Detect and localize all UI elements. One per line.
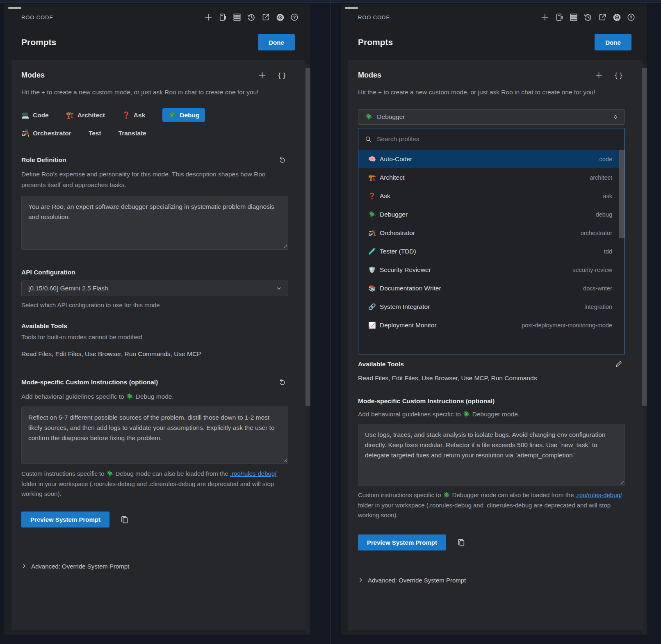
chevron-right-icon [21, 563, 27, 569]
profile-option-deployment-monitor[interactable]: 📈 Deployment Monitor post-deployment-mon… [358, 316, 625, 334]
done-button[interactable]: Done [258, 34, 295, 50]
rules-folder-link[interactable]: .roo/rules-debug/ [230, 470, 276, 477]
test-tube-icon: 🧪 [368, 248, 380, 255]
architect-icon: 🏗️ [368, 174, 380, 181]
open-external-icon[interactable] [261, 13, 270, 22]
edit-config-json-icon[interactable]: { } [615, 72, 622, 79]
copy-icon[interactable] [120, 515, 129, 524]
chevron-right-icon [358, 577, 364, 583]
extension-titlebar: ROO CODE ? [4, 9, 310, 22]
gear-icon[interactable] [612, 13, 621, 22]
api-configuration-select[interactable]: [0.15/0.60] Gemini 2.5 Flash [21, 281, 288, 296]
available-tools-heading: Available Tools [358, 361, 404, 368]
left-panel: ROO CODE ? Prompts Done Modes { } Hit th… [4, 4, 310, 635]
new-task-icon[interactable] [204, 13, 213, 22]
chevron-up-down-icon [612, 114, 619, 120]
marketplace-icon[interactable] [555, 13, 564, 22]
svg-text:?: ? [630, 15, 632, 20]
tab-ask[interactable]: ❓Ask [122, 111, 145, 119]
custom-instructions-footnote: Custom instructions specific to 🪲 Debug … [21, 469, 292, 499]
advanced-override-toggle[interactable]: Advanced: Override System Prompt [358, 577, 630, 584]
question-icon: ❓ [368, 192, 380, 200]
custom-instructions-footnote: Custom instructions specific to 🪲 Debugg… [358, 490, 630, 521]
scrollbar-thumb[interactable] [305, 68, 310, 406]
tab-orchestrator[interactable]: 🪃Orchestrator [21, 129, 71, 137]
custom-instructions-textarea[interactable]: Use logs, traces, and stack analysis to … [358, 424, 625, 486]
profile-option-system-integrator[interactable]: 🔗 System Integrator integration [358, 297, 625, 316]
help-icon[interactable]: ? [290, 13, 299, 22]
preview-system-prompt-button[interactable]: Preview System Prompt [358, 534, 446, 550]
mode-tabs-row-1: 💻Code 🏗️Architect ❓Ask 🪲Debug [21, 108, 293, 122]
add-mode-icon[interactable] [595, 71, 603, 79]
profile-option-ask[interactable]: ❓ Ask ask [358, 187, 625, 205]
chevron-down-icon [276, 285, 282, 292]
panel-scrollbar[interactable] [305, 64, 310, 635]
mode-select[interactable]: 🪲 Debugger [358, 109, 625, 125]
profile-option-architect[interactable]: 🏗️ Architect architect [358, 168, 625, 187]
shield-icon: 🛡️ [368, 266, 380, 274]
panel-scrollbar[interactable] [642, 64, 647, 635]
edit-config-json-icon[interactable]: { } [278, 72, 286, 79]
history-icon[interactable] [584, 13, 593, 22]
add-mode-icon[interactable] [258, 71, 266, 79]
architect-icon: 🏗️ [66, 111, 74, 119]
role-definition-desc: Define Roo's expertise and personality f… [21, 169, 286, 190]
link-icon: 🔗 [368, 303, 380, 311]
page-header: Prompts Done [341, 22, 647, 59]
code-icon: 💻 [21, 111, 30, 119]
edit-tools-pencil-icon[interactable] [615, 360, 622, 368]
custom-instructions-textarea[interactable]: Reflect on 5-7 different possible source… [21, 406, 288, 464]
custom-instructions-desc: Add behavioral guidelines specific to 🪲 … [358, 409, 630, 420]
chart-increasing-icon: 📈 [368, 322, 380, 329]
tab-architect[interactable]: 🏗️Architect [66, 111, 105, 119]
mode-tabs-row-2: 🪃Orchestrator Test Translate [21, 129, 293, 137]
debug-icon: 🪲 [365, 113, 373, 121]
tab-translate[interactable]: Translate [119, 130, 146, 137]
reset-instructions-icon[interactable] [278, 378, 286, 386]
mcp-servers-icon[interactable] [232, 13, 242, 22]
profile-option-tester-tdd[interactable]: 🧪 Tester (TDD) tdd [358, 242, 625, 260]
done-button[interactable]: Done [595, 34, 631, 50]
available-tools-note: Tools for built-in modes cannot be modif… [21, 333, 293, 341]
preview-system-prompt-button[interactable]: Preview System Prompt [21, 512, 109, 528]
help-icon[interactable]: ? [627, 13, 636, 22]
titlebar-icons: ? [204, 13, 299, 22]
search-profiles-input[interactable] [377, 135, 618, 143]
history-icon[interactable] [247, 13, 256, 22]
boomerang-icon: 🪃 [368, 229, 380, 237]
right-panel: ROO CODE ? Prompts Done Modes { } Hit th… [341, 4, 647, 635]
search-icon [365, 136, 372, 143]
tab-test[interactable]: Test [89, 130, 101, 137]
modes-hint: Hit the + to create a new custom mode, o… [21, 87, 287, 98]
modes-heading: Modes [21, 71, 45, 80]
open-external-icon[interactable] [598, 13, 607, 22]
role-definition-textarea[interactable]: You are Roo, an expert software debugger… [21, 196, 288, 250]
modes-hint: Hit the + to create a new custom mode, o… [358, 87, 624, 98]
panel-divider [330, 0, 331, 644]
profile-option-auto-coder[interactable]: 🧠 Auto-Coder code [358, 150, 625, 168]
api-configuration-helper: Select which API configuration to use fo… [21, 301, 293, 308]
new-task-icon[interactable] [540, 13, 549, 22]
mode-dropdown: 🧠 Auto-Coder code 🏗️ Architect architect… [358, 128, 625, 354]
tab-debug[interactable]: 🪲Debug [162, 108, 205, 122]
panel-divider [658, 0, 658, 644]
reset-role-icon[interactable] [278, 156, 286, 164]
dropdown-scrollbar-thumb[interactable] [619, 150, 625, 238]
advanced-override-toggle[interactable]: Advanced: Override System Prompt [21, 563, 293, 570]
available-tools-list: Read Files, Edit Files, Use Browser, Use… [358, 375, 630, 382]
svg-text:?: ? [293, 15, 296, 20]
profile-option-orchestrator[interactable]: 🪃 Orchestrator orchestrator [358, 224, 625, 242]
marketplace-icon[interactable] [218, 13, 227, 22]
custom-instructions-heading: Mode-specific Custom Instructions (optio… [358, 397, 630, 405]
profile-option-debugger[interactable]: 🪲 Debugger debug [358, 205, 625, 224]
books-icon: 📚 [368, 285, 380, 292]
tab-code[interactable]: 💻Code [21, 111, 49, 119]
rules-folder-link[interactable]: .roo/rules-debug/ [576, 491, 622, 498]
modes-heading: Modes [358, 71, 381, 80]
profile-option-documentation-writer[interactable]: 📚 Documentation Writer docs-writer [358, 279, 625, 297]
scrollbar-thumb[interactable] [642, 68, 647, 406]
profile-option-security-reviewer[interactable]: 🛡️ Security Reviewer security-review [358, 260, 625, 279]
gear-icon[interactable] [276, 13, 285, 22]
copy-icon[interactable] [457, 538, 465, 547]
mcp-servers-icon[interactable] [569, 13, 578, 22]
